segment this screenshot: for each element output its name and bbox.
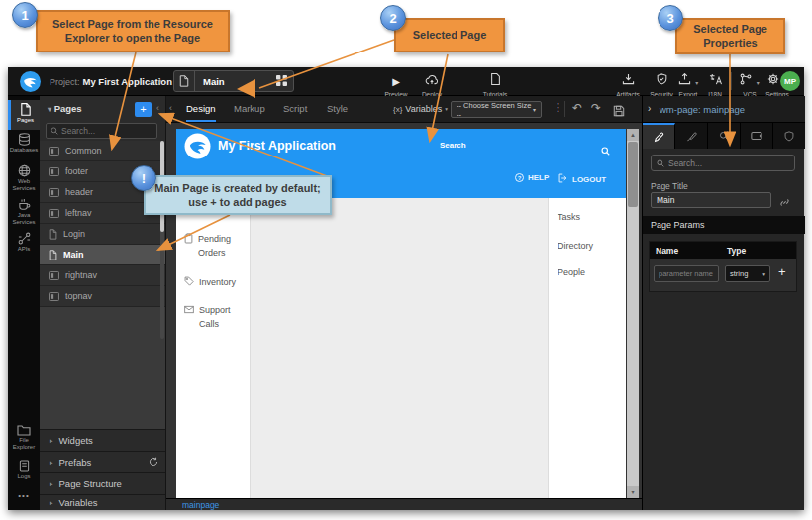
param-type-select[interactable]: string ▾: [725, 265, 770, 282]
page-list-item-topnav[interactable]: topnav: [40, 286, 166, 307]
undo-icon[interactable]: ↶: [572, 101, 582, 115]
device-icon: [751, 131, 762, 141]
rail-item-more[interactable]: •••: [8, 491, 40, 505]
page-list-item-login[interactable]: Login: [40, 224, 166, 245]
properties-search-box[interactable]: [651, 155, 795, 171]
pages-search-input[interactable]: [61, 126, 147, 136]
expand-panel-icon[interactable]: ›: [648, 103, 651, 114]
app-logo-icon: [184, 133, 211, 163]
artifacts-button[interactable]: Artifacts: [608, 71, 648, 98]
canvas-scrollbar[interactable]: ▲ ▾: [627, 129, 639, 498]
refresh-icon[interactable]: [149, 457, 158, 468]
accordion-variables[interactable]: ▸ Variables: [40, 494, 166, 510]
open-page-tab-label: Main: [195, 76, 225, 87]
rail-item-logs[interactable]: Logs: [8, 460, 40, 485]
col-name-header: Name: [656, 246, 678, 256]
app-help-link[interactable]: ? HELP: [515, 173, 549, 182]
tab-events[interactable]: [708, 123, 741, 149]
save-icon[interactable]: [613, 103, 625, 121]
nav-item-inventory[interactable]: Inventory: [184, 275, 246, 290]
page-list-item-rightnav[interactable]: rightnav: [40, 265, 166, 286]
page-title-label: Page Title: [651, 181, 688, 191]
page-params-section[interactable]: Page Params: [643, 216, 805, 234]
toolbar-divider: [564, 101, 565, 117]
variables-button[interactable]: {x} Variables ▾: [393, 96, 448, 122]
scroll-up-icon[interactable]: ▲: [627, 129, 639, 141]
rail-item-java-services[interactable]: Java Services: [8, 198, 40, 230]
clipboard-icon: [184, 233, 193, 260]
pages-grid-icon[interactable]: [276, 72, 287, 90]
tab-design[interactable]: Design: [186, 96, 216, 122]
download-tray-icon: [622, 71, 635, 88]
braces-x-icon: {x}: [393, 105, 402, 114]
accordion-prefabs[interactable]: ▸ Prefabs: [40, 451, 166, 472]
i18n-button[interactable]: I18N: [701, 71, 729, 98]
preview-button[interactable]: ▶ Preview: [378, 71, 414, 98]
envelope-icon: [184, 304, 194, 332]
active-page-name[interactable]: mainpage: [182, 500, 219, 510]
pages-panel-header: ▾ Pages + ‹: [40, 96, 166, 122]
more-dots-icon: •••: [18, 491, 29, 500]
page-list-item-main[interactable]: Main: [40, 245, 166, 265]
param-name-input[interactable]: [654, 265, 719, 282]
app-content-area: [251, 198, 548, 498]
deploy-button[interactable]: Deploy: [412, 71, 452, 98]
link-bind-icon[interactable]: [779, 194, 790, 212]
log-file-icon: [19, 460, 30, 472]
export-button[interactable]: ▾ Export: [671, 71, 705, 98]
breadcrumb-chevron-icon: ›: [158, 75, 161, 86]
pages-search-box[interactable]: [46, 123, 157, 139]
rail-item-databases[interactable]: Databases: [8, 133, 40, 160]
nav-item-support-calls[interactable]: Support Calls: [184, 303, 246, 332]
caret-right-icon: ▸: [50, 499, 53, 507]
tab-security[interactable]: [773, 123, 805, 149]
api-icon: [18, 232, 31, 245]
app-search-box[interactable]: Search: [438, 135, 612, 156]
caret-right-icon: ▸: [50, 459, 53, 467]
nav-item-pending-orders[interactable]: Pending Orders: [184, 232, 246, 260]
tab-script[interactable]: Script: [283, 96, 307, 122]
tab-styles[interactable]: [675, 123, 708, 149]
rail-item-pages[interactable]: Pages: [8, 100, 40, 130]
tab-markup[interactable]: Markup: [234, 96, 265, 122]
tab-style[interactable]: Style: [327, 96, 348, 122]
right-item-tasks[interactable]: Tasks: [558, 212, 580, 222]
tab-properties[interactable]: [643, 123, 675, 149]
pages-icon: [20, 103, 32, 116]
accordion-widgets[interactable]: ▸ Widgets: [40, 429, 166, 451]
screen-size-select[interactable]: -- Choose Screen Size -- ▾: [451, 101, 542, 118]
caret-right-icon: ▸: [50, 437, 53, 445]
search-icon[interactable]: [601, 142, 610, 159]
properties-search-input[interactable]: [668, 158, 777, 168]
wavemaker-logo-icon[interactable]: [20, 71, 41, 96]
collapse-left-icon[interactable]: ‹: [169, 103, 172, 113]
rail-item-web-services[interactable]: Web Services: [8, 164, 40, 196]
caret-down-icon[interactable]: ▾: [48, 105, 51, 114]
more-vertical-icon[interactable]: ⋮: [553, 101, 563, 114]
accordion-page-structure[interactable]: ▸ Page Structure: [40, 472, 166, 494]
add-page-button[interactable]: +: [135, 102, 152, 117]
open-page-tab[interactable]: Main: [173, 70, 294, 92]
user-avatar[interactable]: MP: [780, 71, 800, 91]
canvas-scrollbar-thumb[interactable]: [628, 142, 638, 207]
scroll-down-icon[interactable]: ▾: [627, 486, 639, 498]
rail-item-file-explorer[interactable]: File Explorer: [8, 424, 40, 454]
page-list-item-common[interactable]: Common: [40, 141, 166, 161]
app-logout-link[interactable]: LOGOUT: [558, 173, 606, 185]
rail-item-apis[interactable]: APIs: [8, 232, 40, 258]
page-icon: [49, 229, 57, 240]
tab-device[interactable]: [741, 123, 773, 149]
add-param-button[interactable]: +: [778, 264, 786, 279]
search-icon: [657, 159, 664, 167]
right-item-directory[interactable]: Directory: [558, 241, 593, 251]
app-title: My First Application: [218, 139, 336, 153]
tutorials-button[interactable]: Tutorials: [473, 71, 517, 98]
page-title-input[interactable]: [651, 192, 771, 208]
shield-outline-icon: [784, 131, 794, 142]
select-arrow-icon: ▾: [533, 106, 536, 113]
redo-icon[interactable]: ↷: [591, 101, 601, 115]
vcs-button[interactable]: ▾ VCS: [737, 71, 762, 98]
canvas-status-bar: mainpage: [166, 498, 642, 510]
collapse-panel-icon[interactable]: ‹: [156, 103, 159, 113]
right-item-people[interactable]: People: [558, 267, 585, 277]
